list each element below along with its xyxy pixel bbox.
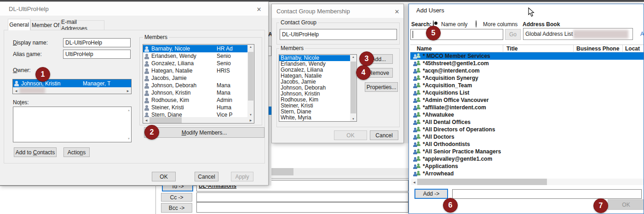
list-item[interactable]: *Acquisitions List <box>410 89 644 96</box>
ok-button[interactable]: OK <box>152 172 176 181</box>
column-header-title[interactable]: Title <box>506 45 518 52</box>
list-item[interactable]: *Ahwatukee <box>410 111 644 118</box>
list-item[interactable]: Hategan, Natalie <box>279 73 350 79</box>
members-horizontal-scrollbar[interactable]: ◀ ▶ <box>143 117 254 123</box>
owner-horizontal-scrollbar[interactable]: ◀ ▶ <box>13 87 131 94</box>
bcc-button[interactable]: Bcc -> <box>161 203 192 213</box>
members-vertical-scrollbar[interactable]: ▲ ▼ <box>350 55 356 121</box>
members-listbox[interactable]: Barnaby, Nicole Erlandsen, Wendy Gonzale… <box>279 54 357 122</box>
cc-button[interactable]: Cc -> <box>161 193 192 202</box>
tab-member-of[interactable]: Member Of <box>30 20 61 30</box>
bcc-field[interactable] <box>196 202 408 213</box>
member-row[interactable]: Erlandsen, WendySenio <box>143 52 248 60</box>
scrollbar-thumb[interactable] <box>351 62 356 113</box>
list-item[interactable]: *All Orthodontists <box>410 141 644 148</box>
scroll-left-icon[interactable]: ◀ <box>411 180 417 184</box>
advanced-find-link-fragment[interactable]: A <box>640 31 644 37</box>
ok-button[interactable]: OK <box>608 199 644 210</box>
owner-listbox[interactable]: Johnson, Kristin Manager, T ◀ ▶ <box>12 79 132 94</box>
ok-button[interactable]: OK <box>334 130 367 140</box>
cc-field[interactable] <box>196 192 408 202</box>
more-columns-radio[interactable] <box>476 20 477 28</box>
list-item[interactable]: *All Senior Practice Managers <box>410 148 644 155</box>
column-divider[interactable] <box>622 45 623 52</box>
column-header-business-phone[interactable]: Business Phone <box>576 45 619 52</box>
scrollbar-thumb[interactable] <box>150 117 182 123</box>
cancel-button[interactable]: Cancel <box>195 172 218 181</box>
scroll-left-icon[interactable]: ◀ <box>13 89 19 92</box>
list-item[interactable]: *Acquisition Synergy <box>410 74 644 82</box>
name-only-label[interactable]: Name only <box>441 21 467 28</box>
member-row[interactable]: Gonzalez, LilianaSenio <box>143 60 248 67</box>
member-row[interactable]: Steiner, KristiHuma <box>143 104 248 111</box>
cancel-button[interactable]: Cancel <box>370 130 398 140</box>
add-to-contacts-button[interactable]: Add to Contacts <box>14 147 57 157</box>
member-row[interactable]: Hategan, NatalieHRIS <box>143 67 248 74</box>
member-row[interactable]: Johnson, KristinMana <box>143 89 248 96</box>
member-row[interactable]: Johnson, DeborahMana <box>143 82 248 89</box>
list-item[interactable]: *Arrowhead <box>410 170 644 177</box>
member-row[interactable]: Barnaby, NicoleHR Ad <box>143 45 248 52</box>
actions-button[interactable]: Actions <box>63 147 90 157</box>
list-item[interactable]: *45thstreet@gentle1.com <box>410 60 644 67</box>
member-row[interactable]: Stern, DianeVice P <box>143 111 248 118</box>
list-horizontal-scrollbar[interactable]: ◀ <box>411 179 644 185</box>
list-item[interactable]: Jacobs, Jamie <box>279 79 350 85</box>
alias-name-field[interactable]: UltiProHelp <box>63 50 131 59</box>
scrollbar-thumb[interactable] <box>271 168 293 175</box>
scroll-down-icon[interactable]: ▼ <box>127 137 130 140</box>
more-columns-label[interactable]: More columns <box>483 21 518 28</box>
add-users-add-button[interactable]: Add -> <box>414 189 448 199</box>
list-item[interactable]: Steiner, Kristi <box>279 103 350 109</box>
scrollbar-thumb[interactable] <box>248 52 253 101</box>
column-divider[interactable] <box>573 45 574 52</box>
list-item[interactable]: Rodhouse, Kim <box>279 97 350 103</box>
list-item[interactable]: Stern, Diane <box>279 109 350 115</box>
column-divider[interactable] <box>503 45 503 52</box>
column-header-location[interactable]: Locat <box>625 45 640 52</box>
list-item[interactable]: *Admin Office Vancouver <box>410 96 644 104</box>
list-item[interactable]: *All Directors of Operations <box>410 126 644 133</box>
selected-members-field[interactable] <box>452 189 642 199</box>
scroll-up-icon[interactable]: ▲ <box>247 45 254 48</box>
members-vertical-scrollbar[interactable]: ▲ ▼ <box>247 45 254 117</box>
tab-email-addresses[interactable]: E-mail Addresses <box>61 20 104 30</box>
list-item[interactable]: *applevalley@gentle1.com <box>410 155 644 163</box>
close-icon[interactable]: ✕ <box>391 7 402 16</box>
display-name-field[interactable]: DL-UltiProHelp <box>63 38 131 47</box>
list-item[interactable]: Johnson, Kristin <box>279 91 350 97</box>
background-horizontal-scrollbar[interactable] <box>269 168 408 175</box>
modify-members-button[interactable]: Modify Members... <box>144 127 264 138</box>
scroll-up-icon[interactable]: ▲ <box>350 56 356 58</box>
close-icon[interactable]: ✕ <box>253 5 265 14</box>
list-item[interactable]: * MDCO Member Services <box>410 52 644 60</box>
member-row[interactable]: Rodhouse, KimAdmin <box>143 96 248 104</box>
members-listbox[interactable]: Barnaby, NicoleHR Ad Erlandsen, WendySen… <box>143 44 254 124</box>
scroll-right-icon[interactable]: ▶ <box>125 89 131 92</box>
scroll-right-icon[interactable]: ▶ <box>247 118 254 122</box>
scroll-up-icon[interactable]: ▲ <box>127 109 130 112</box>
member-row[interactable]: Jacobs, Jamie <box>143 74 248 82</box>
scroll-left-icon[interactable]: ◀ <box>143 118 150 122</box>
list-item[interactable]: Barnaby, Nicole <box>279 55 350 61</box>
list-item[interactable]: *acqn@interdent.com <box>410 67 644 74</box>
scrollbar-thumb[interactable] <box>19 87 45 94</box>
list-item[interactable]: White, Myria <box>279 115 350 121</box>
list-item[interactable]: Johnson, Deborah <box>279 85 350 91</box>
scroll-down-icon[interactable]: ▼ <box>247 113 254 116</box>
list-item[interactable]: *Applications <box>410 163 644 170</box>
go-button[interactable]: Go <box>505 29 521 40</box>
address-list[interactable]: * MDCO Member Services *45thstreet@gentl… <box>410 52 644 178</box>
column-header-name[interactable]: Name <box>417 45 432 52</box>
list-item[interactable]: *All Doctors <box>410 133 644 141</box>
properties-button[interactable]: Properties... <box>365 82 398 92</box>
contact-group-field[interactable]: DL-UltiProHelp <box>280 29 397 40</box>
list-item[interactable]: Gonzalez, Liliana <box>279 67 350 73</box>
scrollbar-thumb[interactable] <box>417 179 547 185</box>
list-item[interactable]: *Acquisition_Team <box>410 82 644 89</box>
list-item[interactable]: *affiliate@interdent.com <box>410 104 644 111</box>
scroll-down-icon[interactable]: ▼ <box>350 118 356 120</box>
notes-textarea[interactable]: ▲ ▼ <box>13 107 132 142</box>
tab-general[interactable]: General <box>8 19 30 30</box>
owner-row[interactable]: Johnson, Kristin Manager, T <box>13 79 131 87</box>
